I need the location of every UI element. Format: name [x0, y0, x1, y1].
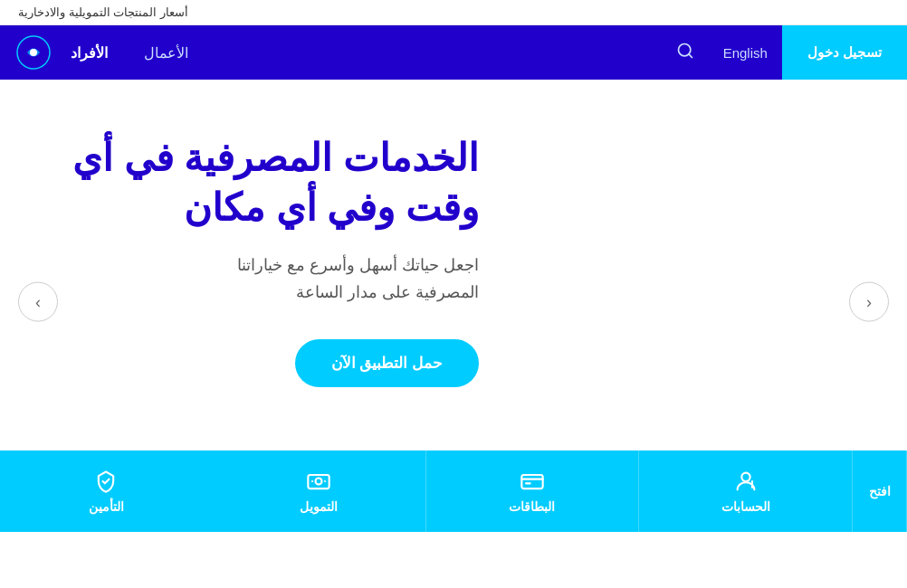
top-bar-text: أسعار المنتجات التمويلية والادخارية	[18, 5, 188, 19]
service-item-cards[interactable]: البطاقات	[426, 450, 640, 532]
service-bar-partial[interactable]: افتح	[853, 450, 907, 532]
hero-content: الخدمات المصرفية في أي وقت وفي أي مكان ا…	[72, 134, 479, 386]
service-item-finance[interactable]: التمويل	[213, 450, 426, 532]
svg-point-4	[741, 473, 749, 481]
svg-rect-6	[308, 475, 329, 488]
nav-logo[interactable]	[14, 33, 53, 71]
logo-icon	[14, 33, 53, 71]
nav-link-afrad[interactable]: الأفراد	[53, 25, 126, 80]
nav-link-aamal[interactable]: الأعمال	[126, 25, 206, 80]
carousel-next-button[interactable]: ‹	[849, 282, 889, 322]
svg-rect-5	[521, 475, 542, 488]
svg-point-3	[30, 49, 37, 56]
search-button[interactable]	[662, 42, 709, 64]
finance-label: التمويل	[300, 499, 338, 514]
hero-subtitle: اجعل حياتك أسهل وأسرع مع خياراتناالمصرفي…	[72, 251, 479, 307]
download-app-button[interactable]: حمل التطبيق الآن	[295, 339, 479, 387]
svg-point-7	[316, 479, 322, 485]
hero-section: › الخدمات المصرفية في أي وقت وفي أي مكان…	[0, 80, 907, 532]
accounts-icon	[733, 469, 759, 494]
nav-links: الأعمال الأفراد	[53, 25, 662, 80]
cards-label: البطاقات	[509, 499, 555, 514]
insurance-icon	[93, 469, 119, 494]
partial-label: افتح	[869, 484, 891, 498]
insurance-label: التأمين	[89, 499, 124, 514]
svg-line-1	[689, 53, 692, 57]
finance-icon	[306, 469, 331, 494]
carousel-prev-button[interactable]: ›	[18, 282, 58, 322]
login-button[interactable]: تسجيل دخول	[782, 25, 907, 80]
service-bar: افتح الحسابات البطاقات	[0, 450, 907, 532]
top-bar: أسعار المنتجات التمويلية والادخارية	[0, 0, 907, 25]
cards-icon	[520, 469, 545, 494]
main-nav: تسجيل دخول English الأعمال الأفراد	[0, 25, 907, 80]
accounts-label: الحسابات	[721, 499, 770, 514]
service-item-insurance[interactable]: التأمين	[0, 450, 213, 532]
service-item-accounts[interactable]: الحسابات	[639, 450, 853, 532]
language-toggle[interactable]: English	[709, 45, 782, 61]
hero-title: الخدمات المصرفية في أي وقت وفي أي مكان	[72, 134, 479, 232]
